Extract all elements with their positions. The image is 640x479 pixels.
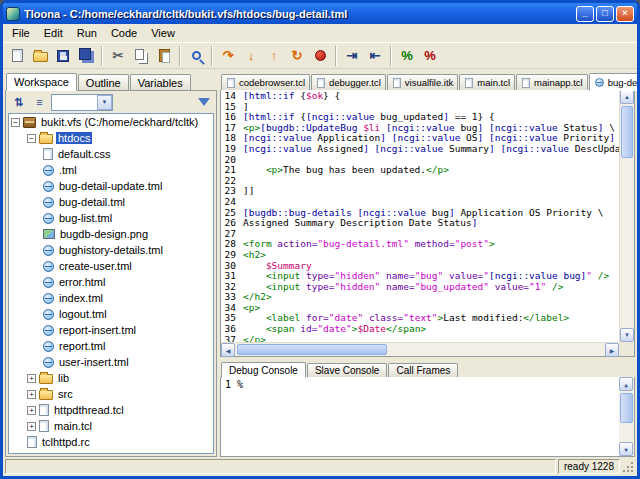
editor-tab-mainapp-tcl[interactable]: mainapp.tcl [516,74,588,90]
console-scrollbar-thumb[interactable] [620,393,633,423]
tree-item-logout-tml[interactable]: logout.tml [9,306,213,322]
copy-button[interactable] [130,45,152,67]
console-vscrollbar[interactable]: ▲ ▼ [619,377,634,456]
editor-frame: 14[html::if {$ok} {15]16[html::if {[ncgi… [220,90,635,357]
open-file-button[interactable] [29,45,51,67]
expander-icon[interactable]: + [27,374,36,383]
line-number: 24 [221,197,243,208]
tree-item-bug-list-tml[interactable]: bug-list.tml [9,210,213,226]
scroll-right-icon[interactable]: ▶ [605,343,619,357]
editor-code[interactable]: 14[html::if {$ok} {15]16[html::if {[ncgi… [221,90,619,342]
new-file-button[interactable] [6,45,28,67]
vscrollbar-track[interactable] [620,160,634,328]
tree-item-user-insert-tml[interactable]: user-insert.tml [9,354,213,370]
scroll-left-icon[interactable]: ◀ [221,343,235,357]
step-out-button[interactable]: ↑ [263,45,285,67]
menu-edit[interactable]: Edit [37,26,70,40]
expander-icon[interactable]: − [27,134,36,143]
sort-icon: ⇅ [14,97,23,108]
tree-item-label: httpdthread.tcl [52,404,126,416]
editor-tab-bug-detail-tml[interactable]: bug-detail.tml [589,73,640,91]
file-tree[interactable]: −bukit.vfs (C:/home/eckhard/tcltk)−htdoc… [8,113,214,454]
line-text: </p> [243,335,266,342]
tree-sort-button[interactable]: ⇅ [9,93,28,111]
tree-item-tclhttpd-rc[interactable]: tclhttpd.rc [9,434,213,450]
uncomment-button[interactable]: % [419,45,441,67]
indent-button[interactable]: ⇥ [341,45,363,67]
editor-tab-visualfile-itk[interactable]: visualfile.itk [387,74,459,90]
tree-item-label: bughistory-details.tml [57,244,165,256]
scroll-down-icon[interactable]: ▼ [620,328,634,342]
stop-button[interactable] [309,45,331,67]
tree-item-report-insert-tml[interactable]: report-insert.tml [9,322,213,338]
scroll-down-icon[interactable]: ▼ [619,442,633,456]
tree-filter-combobox[interactable]: ▼ [51,94,113,111]
tree-item-label: tclhttpd.rc [40,436,92,448]
save-all-button[interactable] [75,45,97,67]
editor-tab-codebrowser-tcl[interactable]: codebrowser.tcl [221,74,310,90]
tree-item-main-tcl[interactable]: +main.tcl [9,418,213,434]
hscrollbar-track[interactable] [389,343,605,356]
menu-file[interactable]: File [5,26,37,40]
globe-icon [43,213,54,224]
minimize-button[interactable]: _ [576,6,594,22]
tree-filter-button[interactable] [194,93,213,111]
tree-item-bugdb-design-png[interactable]: bugdb-design.png [9,226,213,242]
titlebar[interactable]: Tloona - C:/home/eckhard/tcltk/bukit.vfs… [3,3,637,24]
tree-item-error-html[interactable]: error.html [9,274,213,290]
menu-run[interactable]: Run [70,26,104,40]
expander-icon[interactable]: − [11,118,20,127]
editor-vscrollbar[interactable]: ▲ ▼ [619,90,634,342]
tree-item-report-tml[interactable]: report.tml [9,338,213,354]
tab-workspace[interactable]: Workspace [6,73,77,91]
tab-variables[interactable]: Variables [130,74,191,90]
step-into-button[interactable]: ↓ [240,45,262,67]
save-file-button[interactable] [52,45,74,67]
tree-item-htdocs[interactable]: −htdocs [9,130,213,146]
tab-outline[interactable]: Outline [78,74,129,90]
editor-tab-debugger-tcl[interactable]: debugger.tcl [311,74,386,90]
expander-icon[interactable]: + [27,406,36,415]
run-button[interactable]: ↻ [286,45,308,67]
comment-button[interactable]: % [396,45,418,67]
maximize-button[interactable]: □ [596,6,614,22]
tree-item-src[interactable]: +src [9,386,213,402]
globe-icon [43,261,54,272]
expander-icon[interactable]: + [27,422,36,431]
tree-item-lib[interactable]: +lib [9,370,213,386]
tree-item-label: create-user.tml [57,260,134,272]
tree-item-bug-detail-update-tml[interactable]: bug-detail-update.tml [9,178,213,194]
editor-tab-main-tcl[interactable]: main.tcl [459,74,515,90]
tree-item-tml[interactable]: .tml [9,162,213,178]
console-tab-slave-console[interactable]: Slave Console [307,363,387,377]
line-text: <p>The bug has been updated.</p> [243,165,449,176]
menu-code[interactable]: Code [104,26,144,40]
scroll-up-icon[interactable]: ▲ [620,90,634,104]
vscrollbar-thumb[interactable] [621,106,633,158]
search-button[interactable] [185,45,207,67]
tree-item-bughistory-details-tml[interactable]: bughistory-details.tml [9,242,213,258]
hscrollbar-thumb[interactable] [237,344,387,355]
console-tab-debug-console[interactable]: Debug Console [221,362,306,378]
tree-item-default-css[interactable]: default.css [9,146,213,162]
code-line: 36 <span id="date">$Date</span> [221,324,619,335]
console-tab-call-frames[interactable]: Call Frames [388,363,458,377]
menu-view[interactable]: View [144,26,182,40]
tree-item-index-tml[interactable]: index.tml [9,290,213,306]
editor-hscrollbar[interactable]: ◀ ▶ [221,342,619,356]
scroll-up-icon[interactable]: ▲ [619,377,633,391]
tree-item-bukit-vfs-c-home-eckhard-tcltk[interactable]: −bukit.vfs (C:/home/eckhard/tcltk) [9,114,213,130]
step-over-button[interactable]: ↷ [217,45,239,67]
tree-view-mode-button[interactable]: ≡ [30,93,49,111]
outdent-button[interactable]: ⇤ [364,45,386,67]
cut-button[interactable]: ✂ [107,45,129,67]
console-scrollbar-track[interactable] [619,425,634,442]
tree-item-create-user-tml[interactable]: create-user.tml [9,258,213,274]
resize-grip[interactable] [622,459,635,474]
close-button[interactable]: × [616,6,634,22]
tree-item-httpdthread-tcl[interactable]: +httpdthread.tcl [9,402,213,418]
expander-icon[interactable]: + [27,390,36,399]
paste-button[interactable] [153,45,175,67]
tree-item-bug-detail-tml[interactable]: bug-detail.tml [9,194,213,210]
console-output[interactable]: 1 % ▲ ▼ [220,377,635,457]
